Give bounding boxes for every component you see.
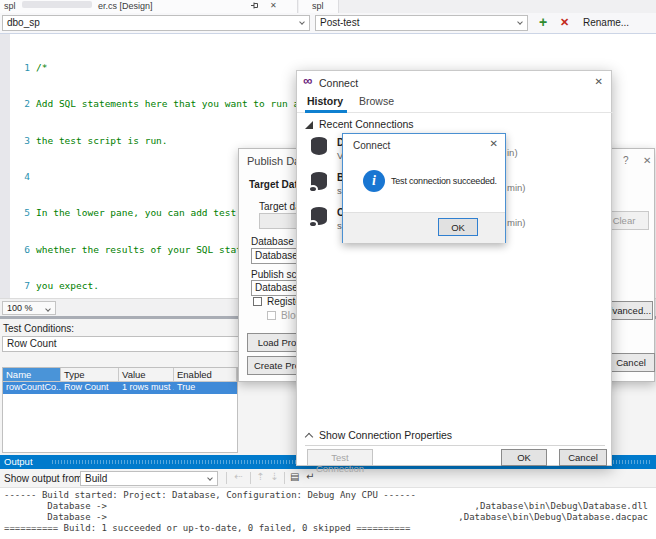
code-line[interactable]: the test script is run.: [36, 135, 168, 147]
message-box-footer: OK: [343, 212, 505, 243]
tab-spl-label: spl: [312, 1, 324, 11]
redacted-text: [22, 1, 92, 8]
grid-cell-value[interactable]: 1 rows must ...: [119, 382, 174, 394]
line-number: 7: [12, 280, 30, 292]
tab-spl[interactable]: spl: [299, 0, 339, 13]
output-path: ,Database\bin\Debug\Database.dll: [475, 501, 648, 512]
grid-header-enabled[interactable]: Enabled: [174, 368, 237, 382]
show-output-from-label: Show output from:: [4, 473, 85, 484]
output-panel-title: Output: [4, 456, 33, 467]
line-number: 6: [12, 244, 30, 256]
output-path: ,Database\bin\Debug\Database.dacpac: [458, 512, 648, 523]
output-source-value: Build: [85, 473, 107, 484]
test-conditions-grid: Name Type Value Enabled rowCountCo... Ro…: [2, 367, 238, 453]
connection-user-fragment: min): [507, 217, 525, 228]
message-text: Test connection succeeded.: [391, 176, 497, 186]
publish-cancel-button[interactable]: Cancel: [607, 353, 655, 372]
test-connection-message-box: Connect ✕ i Test connection succeeded. O…: [342, 133, 506, 243]
message-box-title: Connect: [353, 140, 390, 151]
output-log[interactable]: ------ Build started: Project: Database,…: [0, 488, 656, 539]
show-connection-properties-link[interactable]: Show Connection Properties: [319, 429, 452, 441]
toolbar-separator: [284, 472, 285, 484]
object-combobox-value: dbo_sp: [7, 17, 40, 28]
chevron-down-icon: [299, 19, 305, 25]
script-type-combobox-value: Post-test: [320, 17, 359, 28]
vs-window: spl er.cs [Design] ✕ spl dbo_sp Post-tes…: [0, 0, 656, 539]
connect-dialog-title: Connect: [319, 77, 358, 89]
code-line[interactable]: /*: [36, 62, 47, 74]
test-conditions-label: Test Conditions:: [3, 323, 74, 334]
output-line-text: ========== Build: 1 succeeded or up-to-d…: [4, 523, 410, 533]
zoom-level-combobox[interactable]: 100 %: [2, 301, 56, 315]
line-number: 4: [12, 171, 30, 183]
line-number: 3: [12, 135, 30, 147]
database-icon: [311, 172, 329, 194]
chevron-down-icon: [517, 19, 523, 25]
connect-dialog: ∞ Connect ✕ History Browse Recent Connec…: [296, 70, 612, 466]
word-wrap-icon[interactable]: ↵: [306, 471, 314, 482]
grid-header-name[interactable]: Name: [3, 368, 61, 382]
object-combobox[interactable]: dbo_sp: [2, 15, 310, 31]
expander-icon[interactable]: [305, 121, 313, 129]
output-line: ------ Build started: Project: Database,…: [4, 490, 656, 501]
add-test-icon[interactable]: +: [539, 14, 547, 30]
code-row: 1/*: [0, 62, 34, 74]
output-line: Database ->,Database\bin\Debug\Database.…: [4, 501, 656, 512]
connect-ok-button[interactable]: OK: [501, 449, 547, 466]
output-line-text: Database ->: [4, 512, 107, 522]
next-message-icon[interactable]: ⇣: [270, 471, 278, 482]
grid-cell-enabled[interactable]: True: [174, 382, 237, 394]
recent-connections-label: Recent Connections: [319, 118, 414, 130]
rename-button[interactable]: Rename...: [583, 17, 629, 28]
output-line-text: Database ->: [4, 501, 107, 511]
tab-history[interactable]: History: [307, 95, 343, 107]
code-row: 6whether the results of your SQL stateme…: [0, 244, 34, 256]
register-dac-checkbox[interactable]: [253, 297, 262, 306]
tab-browse[interactable]: Browse: [359, 95, 394, 107]
output-source-combobox[interactable]: Build: [80, 471, 218, 486]
code-line[interactable]: you expect.: [36, 280, 99, 292]
message-ok-button[interactable]: OK: [438, 218, 478, 236]
connect-cancel-button[interactable]: Cancel: [559, 449, 607, 466]
block-publish-checkbox: [267, 311, 276, 320]
code-line[interactable]: Add SQL statements here that you want to…: [36, 98, 322, 110]
code-row: 7you expect.: [0, 280, 34, 292]
test-connection-button: Test Connection: [307, 449, 373, 466]
clear-all-icon[interactable]: ▤: [290, 471, 299, 482]
code-row: 2Add SQL statements here that you want t…: [0, 98, 34, 110]
prev-message-icon[interactable]: ⇡: [256, 471, 264, 482]
grid-header-value[interactable]: Value: [119, 368, 174, 382]
close-icon[interactable]: ✕: [595, 76, 603, 87]
tab-designer-prefix: spl: [4, 1, 16, 11]
chevron-down-icon: [207, 475, 213, 481]
grid-header-type[interactable]: Type: [61, 368, 119, 382]
test-script-toolbar: dbo_sp Post-test + ✕ Rename...: [0, 13, 656, 34]
toolbar-separator: [226, 472, 227, 484]
close-icon[interactable]: ✕: [490, 138, 498, 149]
toolbar-separator: [250, 472, 251, 484]
tab-designer[interactable]: spl er.cs [Design] ✕: [0, 0, 298, 13]
script-type-combobox[interactable]: Post-test: [315, 15, 528, 31]
help-icon[interactable]: ?: [623, 155, 629, 166]
close-icon[interactable]: ✕: [643, 155, 651, 166]
grid-cell-type[interactable]: Row Count: [61, 382, 119, 394]
pin-icon[interactable]: [250, 1, 259, 12]
connection-user-fragment: in): [507, 147, 518, 158]
close-tab-icon[interactable]: ✕: [270, 1, 277, 10]
database-icon: [311, 137, 329, 159]
code-row: 3the test script is run.: [0, 135, 34, 147]
chevron-down-icon: [45, 306, 51, 312]
output-line: ========== Build: 1 succeeded or up-to-d…: [4, 523, 656, 534]
database-icon: [311, 207, 329, 229]
zoom-level-value: 100 %: [7, 303, 33, 313]
code-row: 5In the lower pane, you can add test con…: [0, 207, 34, 219]
active-tab-underline: [305, 110, 347, 113]
delete-test-icon[interactable]: ✕: [560, 16, 569, 29]
goto-message-icon[interactable]: ⇠: [234, 471, 242, 482]
test-condition-value: Row Count: [7, 338, 56, 349]
code-row: 4: [0, 171, 34, 183]
output-line-text: ------ Build started: Project: Database,…: [4, 490, 416, 500]
grid-cell-name[interactable]: rowCountCo...: [3, 382, 61, 394]
tab-designer-suffix: er.cs [Design]: [98, 1, 153, 11]
footer-separator: [305, 445, 605, 446]
